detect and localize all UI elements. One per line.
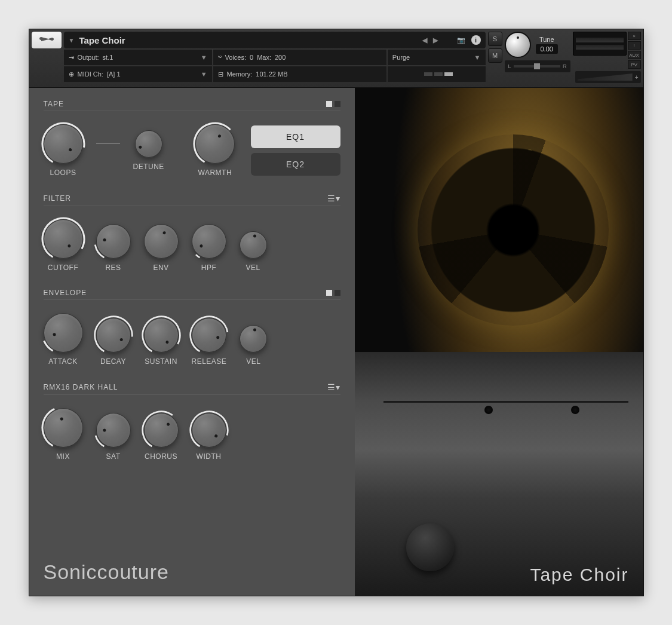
body: TAPE LOOPS DETUNE xyxy=(29,88,643,596)
tune-label: Tune xyxy=(539,36,554,43)
instrument-title-bar[interactable]: ▼ Tape Choir ◀ ▶ 📷 i xyxy=(64,32,486,48)
cutoff-label: CUTOFF xyxy=(48,264,78,272)
width-knob[interactable] xyxy=(192,413,226,448)
product-name: Tape Choir xyxy=(530,565,628,585)
envelope-title: ENVELOPE xyxy=(44,289,87,297)
sat-knob[interactable] xyxy=(96,413,131,448)
prev-preset-button[interactable]: ◀ xyxy=(422,36,427,44)
eq2-button[interactable]: EQ2 xyxy=(251,153,340,176)
voices-label: Voices: xyxy=(225,54,246,61)
voices-value: 0 xyxy=(250,54,253,61)
filter-title: FILTER xyxy=(44,194,71,203)
midi-label: MIDI Ch: xyxy=(78,71,103,78)
decay-label: DECAY xyxy=(100,357,126,366)
mix-knob[interactable] xyxy=(44,408,83,448)
plugin-window: ▼ Tape Choir ◀ ▶ 📷 i ⇥ Output: st.1 ▼ xyxy=(29,29,644,596)
solo-button[interactable]: S xyxy=(488,32,502,46)
width-label: WIDTH xyxy=(197,452,222,461)
mix-label: MIX xyxy=(56,452,70,461)
chorus-knob[interactable] xyxy=(144,413,179,448)
env-page-1[interactable] xyxy=(326,290,332,296)
header: ▼ Tape Choir ◀ ▶ 📷 i ⇥ Output: st.1 ▼ xyxy=(29,29,643,88)
fx-menu-icon[interactable]: ☰▾ xyxy=(327,382,340,392)
chorus-label: CHORUS xyxy=(145,452,177,461)
midi-value: [A] 1 xyxy=(107,71,121,78)
controls-panel: TAPE LOOPS DETUNE xyxy=(29,88,355,596)
pan-slider[interactable]: L R xyxy=(505,60,570,72)
warmth-knob[interactable] xyxy=(195,124,235,164)
wrench-icon xyxy=(39,35,54,45)
loops-knob[interactable] xyxy=(44,124,83,164)
minimize-button[interactable]: ! xyxy=(628,41,641,50)
settings-wrench-button[interactable] xyxy=(32,32,62,48)
attack-knob[interactable] xyxy=(44,313,83,353)
header-center: ▼ Tape Choir ◀ ▶ 📷 i ⇥ Output: st.1 ▼ xyxy=(64,32,486,85)
next-preset-button[interactable]: ▶ xyxy=(433,36,438,44)
env-knob[interactable] xyxy=(144,224,179,259)
output-meter xyxy=(573,32,627,56)
eq1-button[interactable]: EQ1 xyxy=(251,125,340,148)
midi-channel-select[interactable]: ⊕ MIDI Ch: [A] 1 ▼ xyxy=(64,66,212,82)
pan-r-label: R xyxy=(563,63,567,69)
loops-label: LOOPS xyxy=(50,168,76,177)
sustain-label: SUSTAIN xyxy=(145,357,177,366)
volume-slider[interactable]: + xyxy=(575,71,641,83)
memory-label: Memory: xyxy=(227,71,253,78)
sat-label: SAT xyxy=(106,452,121,461)
purge-status-bars xyxy=(388,66,486,82)
env-label: ENV xyxy=(153,264,168,272)
cutoff-knob[interactable] xyxy=(44,219,83,259)
output-select[interactable]: ⇥ Output: st.1 ▼ xyxy=(64,50,212,65)
aux-button[interactable]: AUX xyxy=(628,51,641,59)
mute-button[interactable]: M xyxy=(488,48,502,63)
filter-menu-icon[interactable]: ☰▾ xyxy=(327,194,340,203)
filter-vel-label: VEL xyxy=(246,264,260,272)
pan-l-label: L xyxy=(508,63,511,69)
sustain-knob[interactable] xyxy=(144,318,179,353)
tune-value[interactable]: 0.00 xyxy=(536,44,558,54)
hpf-knob[interactable] xyxy=(192,224,226,259)
filter-vel-knob[interactable] xyxy=(240,231,267,259)
tape-section-header: TAPE xyxy=(44,100,340,111)
detune-label: DETUNE xyxy=(133,163,164,171)
tape-page-1[interactable] xyxy=(326,101,332,107)
decay-knob[interactable] xyxy=(96,318,131,353)
info-icon[interactable]: i xyxy=(471,35,481,45)
memory-value: 101.22 MB xyxy=(256,71,287,78)
memory-display: ⊟ Memory: 101.22 MB xyxy=(213,66,386,82)
tape-title: TAPE xyxy=(44,100,64,108)
instrument-name: Tape Choir xyxy=(79,35,125,45)
fx-section-header: RMX16 DARK HALL ☰▾ xyxy=(44,382,340,395)
tune-knob[interactable] xyxy=(505,32,531,58)
res-knob[interactable] xyxy=(96,224,131,259)
purge-label: Purge xyxy=(392,54,410,61)
envelope-section-header: ENVELOPE xyxy=(44,289,340,300)
snapshot-icon[interactable]: 📷 xyxy=(457,36,465,44)
voices-max-label: Max: xyxy=(257,54,271,61)
filter-section-header: FILTER ☰▾ xyxy=(44,194,340,206)
hpf-label: HPF xyxy=(201,264,217,272)
attack-label: ATTACK xyxy=(48,357,78,366)
tape-page-2[interactable] xyxy=(335,101,340,107)
env-page-2[interactable] xyxy=(335,290,340,296)
env-vel-knob[interactable] xyxy=(240,325,267,353)
voices-display: ༄ Voices: 0 Max: 200 xyxy=(213,50,386,65)
instrument-artwork: Tape Choir xyxy=(355,88,643,596)
output-label: Output: xyxy=(78,54,99,61)
warmth-label: WARMTH xyxy=(198,168,232,177)
release-label: RELEASE xyxy=(192,357,227,366)
detune-knob[interactable] xyxy=(135,130,162,158)
pv-button[interactable]: PV xyxy=(628,60,641,69)
dropdown-arrow-icon: ▼ xyxy=(69,37,75,44)
output-value: st.1 xyxy=(103,54,113,61)
res-label: RES xyxy=(105,264,121,272)
voices-max-value[interactable]: 200 xyxy=(275,54,286,61)
env-vel-label: VEL xyxy=(246,357,260,366)
release-knob[interactable] xyxy=(192,318,226,353)
fx-title: RMX16 DARK HALL xyxy=(44,383,118,391)
header-right: S M Tune 0.00 L R xyxy=(488,32,641,85)
close-button[interactable]: × xyxy=(628,32,641,40)
purge-menu[interactable]: Purge ▼ xyxy=(388,50,486,65)
brand-logo: Soniccouture xyxy=(44,549,340,584)
